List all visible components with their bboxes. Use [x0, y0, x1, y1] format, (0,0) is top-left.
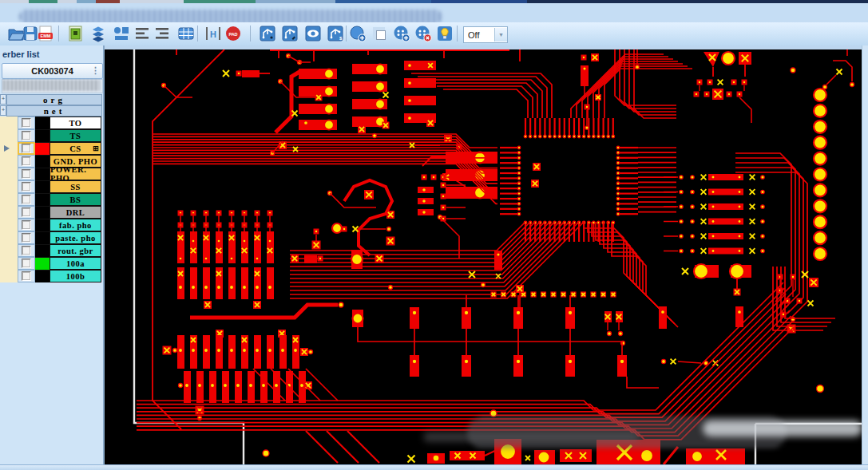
- rect-tool-icon[interactable]: [371, 25, 388, 42]
- layer-checkbox-routgbr[interactable]: [22, 246, 31, 255]
- layers-icon[interactable]: [89, 25, 107, 42]
- layer-visibility-cell-100a: [18, 257, 35, 270]
- layer-checkbox-pastepho[interactable]: [22, 233, 31, 243]
- layer-color-swatch-ss[interactable]: [35, 180, 50, 193]
- layer-row: BS: [0, 193, 102, 206]
- current-row-arrow-icon: [4, 145, 10, 152]
- layer-color-swatch-bs[interactable]: [35, 193, 50, 206]
- pcb-canvas-area[interactable]: [105, 45, 862, 464]
- svg-text:H: H: [210, 30, 216, 39]
- layer-checkbox-fabpho[interactable]: [22, 220, 31, 230]
- gerber-viewer-window: EMMHPAD$Off▼ erber list CK003074 ⋮ +org+…: [0, 0, 868, 470]
- group-row-org[interactable]: org: [6, 94, 102, 105]
- net-edit-alt-icon[interactable]: [281, 25, 299, 42]
- layer-grid-icon[interactable]: ⊞: [93, 144, 99, 152]
- group-row-net[interactable]: net: [6, 105, 102, 117]
- group-expander-net[interactable]: +: [0, 105, 6, 116]
- net-cost-icon[interactable]: $: [327, 25, 344, 42]
- chevron-down-icon[interactable]: ▼: [494, 28, 507, 41]
- board-file-icon[interactable]: [67, 25, 85, 42]
- layer-name-bs[interactable]: BS: [50, 193, 101, 206]
- layer-row: TO: [0, 117, 102, 129]
- visibility-eye-icon[interactable]: [304, 25, 322, 42]
- mode-dropdown-value: Off: [464, 30, 494, 40]
- layer-name-pastepho[interactable]: paste. pho: [50, 231, 101, 244]
- layer-name-ts[interactable]: TS: [50, 129, 101, 142]
- layer-visibility-cell-bs: [18, 193, 35, 206]
- file-path-strip: [2, 79, 103, 93]
- layer-checkbox-gndpho[interactable]: [22, 156, 31, 166]
- panel-title: erber list: [2, 49, 39, 59]
- layer-row: 100a: [0, 257, 102, 270]
- toolbar: EMMHPAD$Off▼: [0, 22, 868, 46]
- title-bar: [0, 3, 868, 22]
- pcb-render: [105, 49, 862, 468]
- layer-color-swatch-gndpho[interactable]: [35, 155, 50, 168]
- gerber-list-panel: erber list CK003074 ⋮ +org+netTOTSCS⊞GND…: [0, 45, 103, 470]
- layer-row: CS⊞: [0, 142, 102, 155]
- align-right-icon[interactable]: [153, 25, 171, 42]
- layer-name-ss[interactable]: SS: [50, 180, 101, 193]
- layer-name-100b[interactable]: 100b: [50, 270, 101, 282]
- layer-visibility-cell-pastepho: [18, 231, 35, 244]
- layer-checkbox-100b[interactable]: [22, 271, 31, 281]
- layer-name-routgbr[interactable]: rout. gbr: [50, 244, 101, 257]
- highlight-bulb-icon[interactable]: [436, 25, 454, 42]
- layer-checkbox-powerpho[interactable]: [22, 169, 31, 179]
- layer-color-swatch-powerpho[interactable]: [35, 168, 50, 180]
- layer-name-cs[interactable]: CS⊞: [50, 142, 101, 155]
- layer-checkbox-bs[interactable]: [22, 195, 31, 204]
- layer-checkbox-to[interactable]: [22, 118, 31, 128]
- layer-name-drl[interactable]: DRL: [50, 206, 101, 219]
- layer-name-fabpho[interactable]: fab. pho: [50, 219, 101, 231]
- grid-table-icon[interactable]: [177, 25, 195, 42]
- combo-grip-icon[interactable]: ⋮: [91, 65, 100, 76]
- layer-row: fab. pho: [0, 219, 102, 231]
- layer-checkbox-ss[interactable]: [22, 182, 31, 192]
- layer-checkbox-cs[interactable]: [22, 144, 31, 153]
- layer-visibility-cell-100b: [18, 270, 35, 282]
- net-edit-icon[interactable]: [259, 25, 276, 42]
- toolbar-separator: [58, 26, 59, 41]
- right-edge-strip: [862, 45, 868, 470]
- align-left-icon[interactable]: [133, 25, 151, 42]
- layer-checkbox-100a[interactable]: [22, 259, 31, 268]
- layer-name-powerpho[interactable]: POWER. PHO: [50, 168, 101, 180]
- layer-row: SS: [0, 180, 102, 193]
- add-pads-icon[interactable]: [393, 25, 410, 42]
- layer-color-swatch-ts[interactable]: [35, 129, 50, 142]
- layer-name-to[interactable]: TO: [50, 117, 101, 129]
- layer-visibility-cell-fabpho: [18, 219, 35, 231]
- project-combo[interactable]: CK003074 ⋮: [2, 63, 103, 79]
- measure-icon[interactable]: H: [204, 25, 222, 42]
- group-expander-org[interactable]: +: [0, 94, 6, 105]
- layer-color-swatch-pastepho[interactable]: [35, 231, 50, 244]
- toolbar-separator: [197, 26, 198, 41]
- pad-shapes-icon[interactable]: [113, 25, 130, 42]
- layer-color-swatch-cs[interactable]: [35, 142, 50, 155]
- pad-circle-icon[interactable]: PAD: [224, 25, 242, 42]
- project-combo-value: CK003074: [31, 66, 73, 76]
- status-bar: [0, 464, 868, 470]
- layer-visibility-cell-cs: [18, 142, 35, 155]
- layer-row: POWER. PHO: [0, 168, 102, 180]
- layer-color-swatch-100a[interactable]: [35, 257, 50, 270]
- layer-row: rout. gbr: [0, 244, 102, 257]
- layer-checkbox-ts[interactable]: [22, 131, 31, 140]
- layer-color-swatch-100b[interactable]: [35, 270, 50, 282]
- layer-color-swatch-routgbr[interactable]: [35, 244, 50, 257]
- layer-color-swatch-drl[interactable]: [35, 206, 50, 219]
- add-circle-icon[interactable]: [349, 25, 367, 42]
- svg-text:EMM: EMM: [41, 34, 51, 38]
- layer-color-swatch-fabpho[interactable]: [35, 219, 50, 231]
- layer-row: DRL: [0, 206, 102, 219]
- layer-color-swatch-to[interactable]: [35, 117, 50, 129]
- layer-visibility-cell-drl: [18, 206, 35, 219]
- mode-dropdown[interactable]: Off▼: [463, 26, 508, 43]
- layer-checkbox-drl[interactable]: [22, 207, 31, 217]
- emm-doc-icon[interactable]: EMM: [37, 25, 54, 42]
- svg-text:PAD: PAD: [228, 32, 237, 37]
- layer-name-100a[interactable]: 100a: [50, 257, 101, 270]
- delete-pads-icon[interactable]: [414, 25, 432, 42]
- layer-visibility-cell-ts: [18, 129, 35, 142]
